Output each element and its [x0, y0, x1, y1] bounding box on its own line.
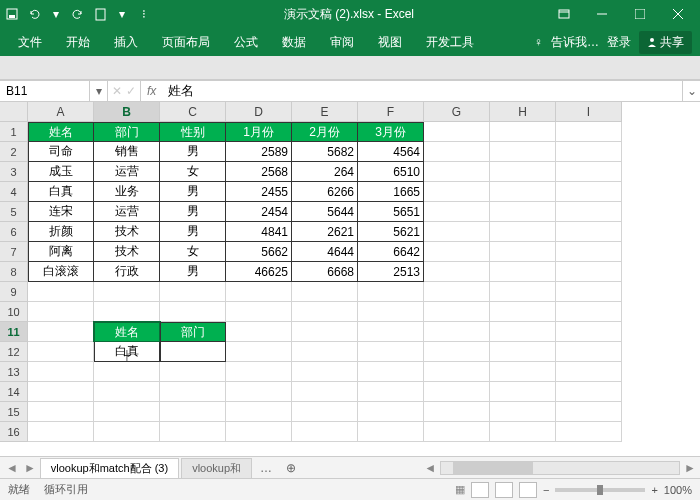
cell-H1[interactable] — [490, 122, 556, 142]
cell-E1[interactable]: 2月份 — [292, 122, 358, 142]
col-header-E[interactable]: E — [292, 102, 358, 122]
record-macro-icon[interactable]: ▦ — [455, 483, 465, 496]
cell-E8[interactable]: 6668 — [292, 262, 358, 282]
cell-G2[interactable] — [424, 142, 490, 162]
cell-E4[interactable]: 6266 — [292, 182, 358, 202]
cell-D9[interactable] — [226, 282, 292, 302]
cell-I10[interactable] — [556, 302, 622, 322]
tab-pagelayout[interactable]: 页面布局 — [152, 30, 220, 55]
row-header-8[interactable]: 8 — [0, 262, 28, 282]
cell-B7[interactable]: 技术 — [94, 242, 160, 262]
row-header-9[interactable]: 9 — [0, 282, 28, 302]
cell-I6[interactable] — [556, 222, 622, 242]
cell-G14[interactable] — [424, 382, 490, 402]
cell-B4[interactable]: 业务 — [94, 182, 160, 202]
zoom-thumb[interactable] — [597, 485, 603, 495]
tab-review[interactable]: 审阅 — [320, 30, 364, 55]
cell-E16[interactable] — [292, 422, 358, 442]
maximize-icon[interactable] — [622, 0, 658, 28]
cell-B5[interactable]: 运营 — [94, 202, 160, 222]
redo-icon[interactable] — [70, 6, 86, 22]
row-header-12[interactable]: 12 — [0, 342, 28, 362]
cell-C8[interactable]: 男 — [160, 262, 226, 282]
cell-D3[interactable]: 2568 — [226, 162, 292, 182]
cell-H2[interactable] — [490, 142, 556, 162]
cell-G4[interactable] — [424, 182, 490, 202]
cell-C11[interactable]: 部门 — [160, 322, 226, 342]
cell-D5[interactable]: 2454 — [226, 202, 292, 222]
cell-C7[interactable]: 女 — [160, 242, 226, 262]
cell-G5[interactable] — [424, 202, 490, 222]
cell-I9[interactable] — [556, 282, 622, 302]
cell-B9[interactable] — [94, 282, 160, 302]
close-icon[interactable] — [660, 0, 696, 28]
formula-expand-icon[interactable]: ⌄ — [682, 81, 700, 101]
signin-link[interactable]: 登录 — [607, 34, 631, 51]
col-header-B[interactable]: B — [94, 102, 160, 122]
row-header-16[interactable]: 16 — [0, 422, 28, 442]
cell-A10[interactable] — [28, 302, 94, 322]
cell-F5[interactable]: 5651 — [358, 202, 424, 222]
cell-D7[interactable]: 5662 — [226, 242, 292, 262]
hscroll-left-icon[interactable]: ◄ — [424, 461, 436, 475]
cell-E12[interactable] — [292, 342, 358, 362]
cell-H10[interactable] — [490, 302, 556, 322]
row-header-6[interactable]: 6 — [0, 222, 28, 242]
cell-D16[interactable] — [226, 422, 292, 442]
cell-B13[interactable] — [94, 362, 160, 382]
cell-C16[interactable] — [160, 422, 226, 442]
cell-C14[interactable] — [160, 382, 226, 402]
cell-H5[interactable] — [490, 202, 556, 222]
cell-I2[interactable] — [556, 142, 622, 162]
view-pagebreak-icon[interactable] — [519, 482, 537, 498]
cell-G10[interactable] — [424, 302, 490, 322]
row-header-15[interactable]: 15 — [0, 402, 28, 422]
cell-H6[interactable] — [490, 222, 556, 242]
row-header-2[interactable]: 2 — [0, 142, 28, 162]
cell-H16[interactable] — [490, 422, 556, 442]
cell-A7[interactable]: 阿离 — [28, 242, 94, 262]
cell-C2[interactable]: 男 — [160, 142, 226, 162]
cell-C3[interactable]: 女 — [160, 162, 226, 182]
cell-F11[interactable] — [358, 322, 424, 342]
cell-B11[interactable]: 姓名 — [94, 322, 160, 342]
col-header-D[interactable]: D — [226, 102, 292, 122]
cell-C9[interactable] — [160, 282, 226, 302]
cell-C13[interactable] — [160, 362, 226, 382]
cell-I14[interactable] — [556, 382, 622, 402]
cell-I5[interactable] — [556, 202, 622, 222]
zoom-out-icon[interactable]: − — [543, 484, 549, 496]
cell-F9[interactable] — [358, 282, 424, 302]
cell-B12[interactable]: 白真┼ — [94, 342, 160, 362]
cell-F13[interactable] — [358, 362, 424, 382]
cell-F3[interactable]: 6510 — [358, 162, 424, 182]
cell-A12[interactable] — [28, 342, 94, 362]
cell-D11[interactable] — [226, 322, 292, 342]
cell-H12[interactable] — [490, 342, 556, 362]
cell-H9[interactable] — [490, 282, 556, 302]
col-header-H[interactable]: H — [490, 102, 556, 122]
cell-D2[interactable]: 2589 — [226, 142, 292, 162]
cell-E2[interactable]: 5682 — [292, 142, 358, 162]
cell-D6[interactable]: 4841 — [226, 222, 292, 242]
cell-A6[interactable]: 折颜 — [28, 222, 94, 242]
cell-G13[interactable] — [424, 362, 490, 382]
cell-I1[interactable] — [556, 122, 622, 142]
cell-C1[interactable]: 性别 — [160, 122, 226, 142]
cell-F1[interactable]: 3月份 — [358, 122, 424, 142]
name-box-dropdown-icon[interactable]: ▾ — [90, 81, 108, 101]
cell-B16[interactable] — [94, 422, 160, 442]
cell-E13[interactable] — [292, 362, 358, 382]
cell-B2[interactable]: 销售 — [94, 142, 160, 162]
zoom-slider[interactable] — [555, 488, 645, 492]
cell-F15[interactable] — [358, 402, 424, 422]
hscroll-thumb[interactable] — [453, 462, 533, 474]
cell-G9[interactable] — [424, 282, 490, 302]
row-header-14[interactable]: 14 — [0, 382, 28, 402]
cell-A9[interactable] — [28, 282, 94, 302]
ribbon-display-icon[interactable] — [546, 0, 582, 28]
cell-D8[interactable]: 46625 — [226, 262, 292, 282]
cell-I3[interactable] — [556, 162, 622, 182]
cell-F16[interactable] — [358, 422, 424, 442]
cell-A16[interactable] — [28, 422, 94, 442]
